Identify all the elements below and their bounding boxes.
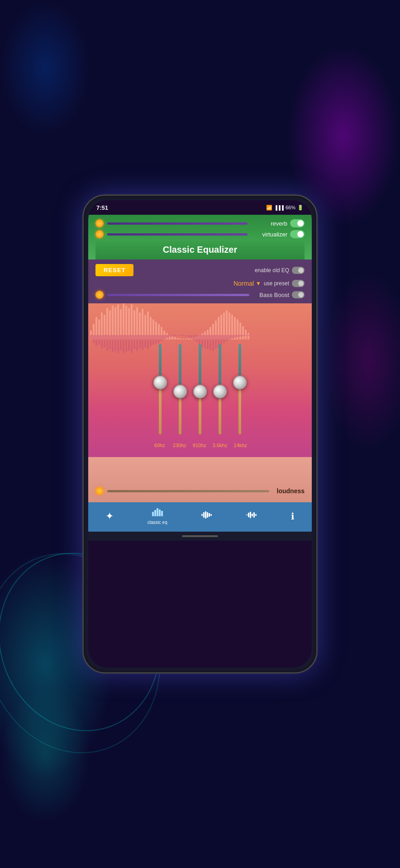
dropdown-arrow-icon: ▼ — [256, 280, 261, 287]
eq-band-5[interactable] — [233, 344, 247, 434]
phone-screen: 7:51 📶 ▐▐▐ 66% 🔋 reverb virtualiz — [88, 200, 312, 668]
eq-bars-icon — [152, 507, 163, 519]
enable-eq-toggle[interactable] — [292, 267, 305, 274]
freq-label-36khz: 3.6khz — [213, 443, 227, 448]
eq-band-4[interactable] — [213, 344, 227, 434]
reverb-slider-thumb[interactable] — [95, 219, 104, 227]
eq-sliders-container — [88, 344, 312, 434]
alert-icon: ℹ — [291, 511, 295, 522]
reverb-toggle[interactable] — [290, 219, 305, 227]
loudness-section: loudness — [88, 457, 312, 502]
wave2-icon — [246, 510, 257, 522]
svg-rect-10 — [210, 514, 212, 516]
bass-slider-track[interactable] — [107, 294, 249, 296]
sparkle-icon: ✦ — [105, 510, 114, 522]
svg-rect-6 — [203, 512, 205, 518]
virtualizer-slider-thumb[interactable] — [95, 230, 104, 238]
use-preset-label: use preset — [264, 280, 289, 287]
eq-band-2-upper — [179, 344, 181, 385]
svg-rect-3 — [159, 509, 161, 516]
bass-slider-thumb[interactable] — [95, 291, 104, 299]
phone-frame: 7:51 📶 ▐▐▐ 66% 🔋 reverb virtualiz — [82, 194, 318, 674]
eq-band-5-lower — [238, 389, 241, 434]
preset-dropdown[interactable]: Normal ▼ — [233, 280, 261, 287]
nav-item-classic-eq[interactable]: classic eq — [148, 507, 167, 525]
svg-rect-5 — [201, 514, 203, 516]
app-title: Classic Equalizer — [163, 245, 238, 255]
svg-rect-9 — [209, 513, 210, 517]
volume-button — [82, 286, 84, 313]
eq-freq-labels: 60hz 230hz 910hz 3.6khz 14khz — [88, 443, 312, 448]
freq-label-60hz: 60hz — [153, 443, 167, 448]
eq-band-4-lower — [219, 398, 221, 434]
wave1-icon — [201, 510, 212, 522]
virtualizer-label: virtualizer — [251, 231, 287, 238]
nav-item-effects[interactable]: ✦ — [105, 510, 114, 522]
eq-band-2[interactable] — [173, 344, 187, 434]
eq-band-2-knob[interactable] — [173, 385, 187, 398]
svg-rect-16 — [255, 514, 257, 516]
power-button — [316, 309, 318, 345]
nav-item-info[interactable]: ℹ — [291, 511, 295, 522]
svg-rect-11 — [246, 514, 248, 515]
nav-item-wave1[interactable] — [201, 510, 212, 522]
svg-rect-13 — [250, 512, 251, 518]
eq-band-3[interactable] — [193, 344, 207, 434]
eq-section: 60hz 230hz 910hz 3.6khz 14khz — [88, 303, 312, 457]
preset-label: Normal — [233, 280, 254, 287]
status-icons: 📶 ▐▐▐ 66% 🔋 — [266, 205, 304, 211]
use-preset-toggle[interactable] — [292, 280, 305, 287]
loudness-row: loudness — [95, 487, 305, 495]
controls-row-1: RESET enable old EQ — [95, 264, 305, 276]
loudness-slider-thumb[interactable] — [95, 487, 104, 495]
enable-eq-label: enable old EQ — [255, 267, 289, 274]
reverb-label: reverb — [251, 220, 287, 227]
home-indicator — [182, 535, 218, 537]
battery-icon: 🔋 — [297, 205, 304, 211]
eq-band-3-knob[interactable] — [193, 385, 207, 398]
svg-rect-0 — [152, 512, 154, 516]
eq-band-3-lower — [199, 398, 201, 434]
svg-rect-12 — [248, 513, 249, 517]
enable-eq-row: enable old EQ — [255, 267, 305, 274]
virtualizer-row: virtualizer — [95, 230, 305, 238]
svg-rect-14 — [252, 514, 253, 516]
eq-band-4-knob[interactable] — [213, 385, 227, 398]
bottom-nav: ✦ classic eq — [88, 502, 312, 532]
loudness-slider-track[interactable] — [107, 490, 269, 492]
header-section: reverb virtualizer Classic Equalizer — [88, 215, 312, 259]
app-title-bar: Classic Equalizer — [95, 241, 305, 259]
eq-band-1-knob[interactable] — [153, 376, 167, 389]
freq-label-230hz: 230hz — [173, 443, 186, 448]
reverb-slider-track[interactable] — [107, 222, 248, 225]
virtualizer-slider-track[interactable] — [107, 233, 248, 236]
eq-band-1-upper — [159, 344, 162, 376]
svg-rect-8 — [207, 512, 208, 518]
svg-rect-15 — [253, 512, 255, 518]
svg-rect-2 — [157, 508, 158, 516]
virtualizer-toggle[interactable] — [290, 230, 305, 238]
bass-boost-label: Bass Boost — [253, 292, 289, 298]
svg-rect-1 — [154, 510, 156, 516]
eq-band-1[interactable] — [153, 344, 167, 434]
nav-item-wave2[interactable] — [246, 510, 257, 522]
eq-band-4-upper — [219, 344, 221, 385]
status-bar: 7:51 📶 ▐▐▐ 66% 🔋 — [88, 200, 312, 215]
signal-icon: ▐▐▐ — [274, 205, 284, 210]
eq-band-5-upper — [238, 344, 241, 376]
waveform-top — [88, 303, 312, 340]
eq-band-5-knob[interactable] — [233, 376, 247, 389]
svg-rect-4 — [161, 511, 163, 516]
reverb-row: reverb — [95, 219, 305, 227]
nav-label-classic-eq: classic eq — [148, 520, 167, 525]
freq-label-14khz: 14khz — [233, 443, 247, 448]
freq-label-910hz: 910hz — [193, 443, 206, 448]
controls-row-3: Bass Boost — [95, 291, 305, 299]
reset-button[interactable]: RESET — [95, 264, 133, 276]
bass-boost-toggle[interactable] — [292, 291, 305, 298]
eq-band-3-upper — [199, 344, 201, 385]
wifi-icon: 📶 — [266, 205, 272, 211]
svg-rect-7 — [205, 511, 206, 519]
status-time: 7:51 — [96, 204, 108, 211]
controls-section: RESET enable old EQ Normal ▼ use preset — [88, 259, 312, 303]
